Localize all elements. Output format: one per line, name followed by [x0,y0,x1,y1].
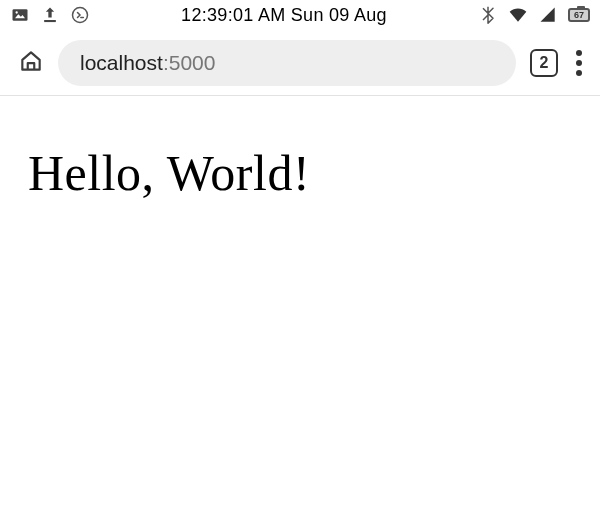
status-bar-right: 67 [478,5,590,25]
svg-rect-3 [44,20,56,22]
page-heading: Hello, World! [28,144,572,202]
status-bar: 12:39:01 AM Sun 09 Aug 67 [0,0,600,30]
menu-icon[interactable] [572,46,586,80]
battery-percent: 67 [574,11,584,20]
tab-count: 2 [540,54,549,72]
browser-toolbar: localhost:5000 2 [0,30,600,96]
status-bar-clock: 12:39:01 AM Sun 09 Aug [181,5,387,26]
svg-rect-0 [13,9,28,21]
terminal-icon [70,5,90,25]
battery-icon: 67 [568,8,590,22]
page-content: Hello, World! [0,96,600,250]
cellular-icon [538,5,558,25]
bluetooth-icon [478,5,498,25]
svg-point-2 [16,11,18,13]
upload-icon [40,5,60,25]
home-icon[interactable] [18,48,44,78]
status-bar-left [10,5,90,25]
url-bar[interactable]: localhost:5000 [58,40,516,86]
gallery-icon [10,5,30,25]
tabs-button[interactable]: 2 [530,49,558,77]
url-host: localhost [80,51,163,75]
url-port: :5000 [163,51,216,75]
wifi-icon [508,5,528,25]
